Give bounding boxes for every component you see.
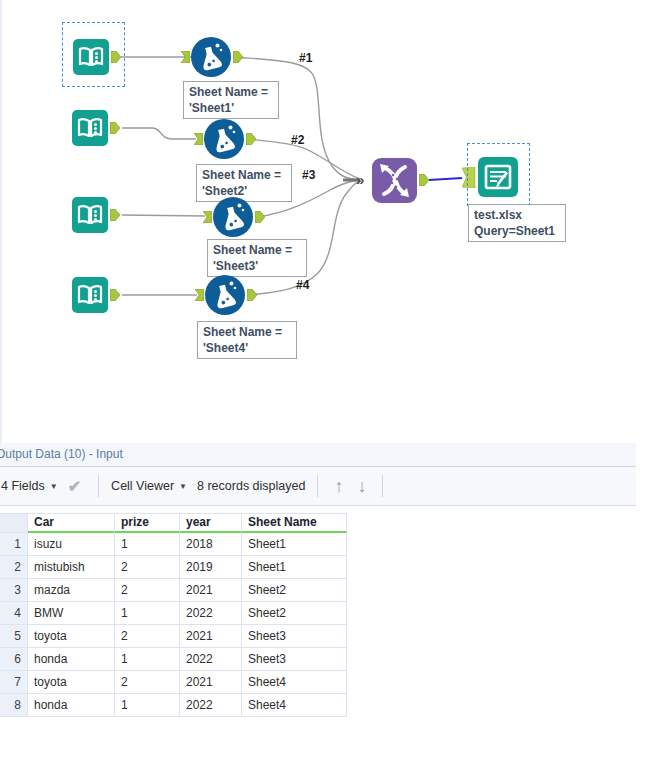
formula-flask-icon — [205, 275, 245, 315]
output-anchor[interactable] — [246, 133, 256, 145]
cell-year[interactable]: 2019 — [180, 556, 242, 579]
row-number-cell[interactable]: 2 — [0, 556, 28, 579]
cell-car[interactable]: toyota — [28, 625, 115, 648]
cell-sheet-name[interactable]: Sheet2 — [242, 579, 347, 602]
table-row[interactable]: 8 honda 1 2022 Sheet4 — [0, 694, 347, 717]
cell-sheet-name[interactable]: Sheet2 — [242, 602, 347, 625]
annotation-sheet1[interactable]: Sheet Name = 'Sheet1' — [183, 81, 279, 119]
cell-car[interactable]: mazda — [28, 579, 115, 602]
column-header-car[interactable]: Car — [28, 514, 115, 533]
input-anchor[interactable] — [194, 133, 203, 145]
row-number-cell[interactable]: 4 — [0, 602, 28, 625]
input-data-tool-3[interactable] — [72, 197, 108, 233]
check-icon[interactable]: ✔ — [68, 477, 81, 496]
output-anchor[interactable] — [247, 289, 257, 301]
table-row[interactable]: 6 honda 1 2022 Sheet3 — [0, 648, 347, 671]
formula-tool-3[interactable] — [213, 197, 253, 237]
cell-prize[interactable]: 1 — [115, 648, 180, 671]
formula-tool-4[interactable] — [205, 275, 245, 315]
input-anchor[interactable] — [181, 51, 190, 63]
toolbar-separator — [98, 475, 99, 497]
annotation-line: Query=Sheet1 — [474, 223, 560, 239]
cell-viewer-dropdown[interactable]: Cell Viewer — [111, 479, 174, 493]
column-header-year[interactable]: year — [180, 514, 242, 533]
union-tool[interactable] — [372, 158, 417, 203]
row-number-header[interactable] — [0, 514, 28, 533]
cell-year[interactable]: 2022 — [180, 694, 242, 717]
cell-year[interactable]: 2018 — [180, 533, 242, 556]
cell-year[interactable]: 2021 — [180, 671, 242, 694]
row-number-cell[interactable]: 7 — [0, 671, 28, 694]
cell-prize[interactable]: 1 — [115, 602, 180, 625]
formula-tool-2[interactable] — [204, 119, 244, 159]
arrow-up-icon[interactable]: ↑ — [334, 476, 343, 497]
annotation-sheet3[interactable]: Sheet Name = 'Sheet3' — [207, 239, 307, 277]
table-row[interactable]: 5 toyota 2 2021 Sheet3 — [0, 625, 347, 648]
cell-sheet-name[interactable]: Sheet1 — [242, 556, 347, 579]
cell-car[interactable]: honda — [28, 694, 115, 717]
table-row[interactable]: 2 mistubish 2 2019 Sheet1 — [0, 556, 347, 579]
results-panel-header: Output Data (10) - Input — [0, 443, 636, 467]
cell-prize[interactable]: 2 — [115, 579, 180, 602]
table-row[interactable]: 1 isuzu 1 2018 Sheet1 — [0, 533, 347, 556]
selected-connection — [429, 178, 462, 180]
chevron-down-icon[interactable]: ▼ — [179, 482, 187, 491]
output-anchor[interactable] — [255, 211, 265, 223]
cell-car[interactable]: BMW — [28, 602, 115, 625]
output-document-icon — [478, 157, 518, 197]
cell-car[interactable]: honda — [28, 648, 115, 671]
output-data-tool[interactable] — [478, 157, 518, 197]
output-anchor[interactable] — [419, 174, 429, 186]
cell-prize[interactable]: 1 — [115, 533, 180, 556]
cell-prize[interactable]: 1 — [115, 694, 180, 717]
cell-year[interactable]: 2021 — [180, 579, 242, 602]
cell-car[interactable]: toyota — [28, 671, 115, 694]
chevron-down-icon[interactable]: ▼ — [50, 482, 58, 491]
workflow-canvas[interactable]: #1 #2 #3 #4 — [0, 0, 651, 443]
annotation-line: Sheet Name = — [202, 167, 286, 183]
cell-sheet-name[interactable]: Sheet3 — [242, 648, 347, 671]
input-anchor[interactable] — [203, 211, 212, 223]
column-header-sheet-name[interactable]: Sheet Name — [242, 514, 347, 533]
output-anchor[interactable] — [233, 51, 243, 63]
input-data-tool-2[interactable] — [72, 110, 108, 146]
cell-year[interactable]: 2022 — [180, 648, 242, 671]
input-data-tool-4[interactable] — [72, 277, 108, 313]
table-row[interactable]: 3 mazda 2 2021 Sheet2 — [0, 579, 347, 602]
cell-prize[interactable]: 2 — [115, 556, 180, 579]
output-anchor[interactable] — [110, 209, 120, 221]
cell-sheet-name[interactable]: Sheet4 — [242, 694, 347, 717]
annotation-line: 'Sheet3' — [213, 258, 301, 274]
output-anchor[interactable] — [110, 122, 120, 134]
formula-tool-1[interactable] — [191, 37, 231, 77]
row-number-cell[interactable]: 1 — [0, 533, 28, 556]
cell-sheet-name[interactable]: Sheet3 — [242, 625, 347, 648]
row-number-cell[interactable]: 6 — [0, 648, 28, 671]
annotation-sheet4[interactable]: Sheet Name = 'Sheet4' — [197, 321, 297, 359]
annotation-output-file[interactable]: test.xlsx Query=Sheet1 — [468, 204, 566, 242]
connection-label-1: #1 — [299, 51, 312, 65]
fields-dropdown[interactable]: 4 Fields — [1, 479, 45, 493]
union-helix-icon — [372, 158, 417, 203]
input-book-icon — [72, 277, 108, 313]
annotation-line: Sheet Name = — [189, 84, 273, 100]
cell-car[interactable]: mistubish — [28, 556, 115, 579]
cell-prize[interactable]: 2 — [115, 671, 180, 694]
output-anchor[interactable] — [110, 289, 120, 301]
cell-year[interactable]: 2022 — [180, 602, 242, 625]
input-anchor[interactable] — [195, 289, 204, 301]
row-number-cell[interactable]: 8 — [0, 694, 28, 717]
cell-sheet-name[interactable]: Sheet4 — [242, 671, 347, 694]
arrow-down-icon[interactable]: ↓ — [357, 476, 366, 497]
column-header-prize[interactable]: prize — [115, 514, 180, 533]
table-row[interactable]: 7 toyota 2 2021 Sheet4 — [0, 671, 347, 694]
table-row[interactable]: 4 BMW 1 2022 Sheet2 — [0, 602, 347, 625]
results-toolbar: 4 Fields ▼ ✔ Cell Viewer ▼ 8 records dis… — [0, 467, 636, 506]
cell-sheet-name[interactable]: Sheet1 — [242, 533, 347, 556]
cell-car[interactable]: isuzu — [28, 533, 115, 556]
row-number-cell[interactable]: 3 — [0, 579, 28, 602]
row-number-cell[interactable]: 5 — [0, 625, 28, 648]
cell-year[interactable]: 2021 — [180, 625, 242, 648]
input-data-tool-1[interactable] — [73, 39, 109, 75]
cell-prize[interactable]: 2 — [115, 625, 180, 648]
